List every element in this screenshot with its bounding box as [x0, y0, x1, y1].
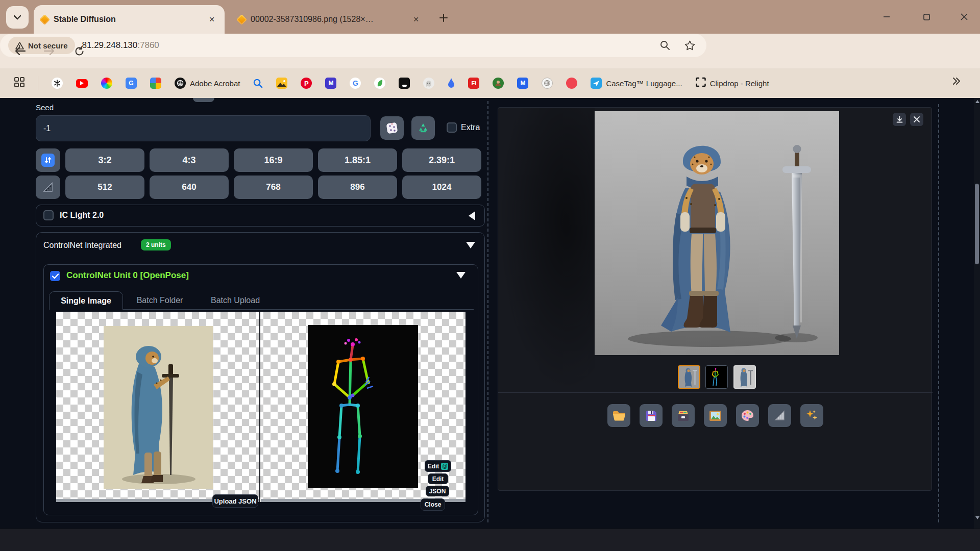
thumbnail-variant[interactable] [733, 365, 756, 389]
bookmark-youtube[interactable] [76, 79, 88, 88]
image-split-divider[interactable] [259, 312, 260, 502]
tab-single-image[interactable]: Single Image [49, 291, 123, 310]
leaf-icon [374, 78, 385, 89]
aspect-185-1-button[interactable]: 1.85:1 [318, 148, 397, 172]
ic-light-checkbox[interactable] [43, 210, 54, 220]
aspect-16-9-button[interactable]: 16:9 [234, 148, 313, 172]
sparkles-icon [805, 409, 818, 422]
column-resize-handle[interactable] [487, 101, 488, 522]
unit0-title: ControlNet Unit 0 [OpenPose] [66, 270, 189, 281]
scroll-up-arrow[interactable] [975, 100, 979, 103]
address-bar[interactable]: Not secure 81.29.248.130:7860 [0, 34, 706, 57]
upload-json-button[interactable]: Upload JSON [212, 494, 258, 508]
bookmark-color-grid[interactable] [150, 78, 161, 89]
bookmark-photos[interactable] [276, 78, 287, 89]
dark-app-icon [399, 78, 410, 89]
bookmark-star-button[interactable] [681, 37, 698, 54]
reuse-seed-button[interactable] [411, 116, 435, 140]
bookmark-avatar-site[interactable] [493, 78, 504, 89]
tab-close-icon[interactable]: ✕ [410, 14, 422, 25]
send-to-inpaint-button[interactable] [736, 404, 759, 427]
open-folder-button[interactable] [607, 404, 630, 427]
tab-batch-upload[interactable]: Batch Upload [207, 291, 263, 310]
bookmark-medium[interactable]: M [325, 78, 336, 89]
bookmark-red-app[interactable] [566, 78, 577, 89]
bookmark-chatgpt[interactable] [52, 78, 63, 89]
generated-image[interactable] [595, 111, 839, 355]
bookmark-blue-spark[interactable] [448, 78, 455, 88]
bookmark-mural[interactable]: M [517, 78, 528, 89]
forward-button[interactable] [41, 42, 58, 60]
thumbnail-selected[interactable] [678, 365, 700, 389]
size-1024-button[interactable]: 1024 [402, 176, 481, 199]
size-768-button[interactable]: 768 [234, 176, 313, 199]
tab-search-button[interactable] [6, 6, 29, 29]
collapse-down-icon[interactable] [466, 242, 475, 248]
window-maximize-button[interactable] [911, 0, 942, 34]
tab-batch-folder[interactable]: Batch Folder [133, 291, 186, 310]
back-button[interactable] [11, 42, 29, 60]
upscale-button[interactable] [800, 404, 823, 427]
page-scrollbar[interactable] [974, 98, 980, 529]
bookmark-translate[interactable]: G [126, 78, 137, 89]
bookmarks-overflow-button[interactable] [952, 77, 961, 87]
tab-stable-diffusion[interactable]: Stable Diffusion ✕ [34, 5, 225, 34]
scrollbar-thumb[interactable] [975, 184, 979, 264]
download-image-button[interactable] [893, 113, 906, 126]
size-896-button[interactable]: 896 [318, 176, 397, 199]
aspect-4-3-button[interactable]: 4:3 [150, 148, 229, 172]
bookmark-dark-app[interactable] [399, 78, 410, 89]
unit0-collapse-icon[interactable] [456, 272, 465, 279]
bookmark-adobe-acrobat[interactable]: Adobe Acrobat [175, 78, 240, 89]
tab-image-file[interactable]: 00002-3587310986.png (1528×… ✕ [231, 5, 429, 34]
url-text: 81.29.248.130:7860 [82, 40, 159, 51]
ruler-tool-button[interactable] [36, 176, 60, 199]
extra-checkbox[interactable] [447, 122, 457, 133]
save-zip-button[interactable] [672, 404, 695, 427]
bookmark-leaf-app[interactable] [374, 78, 385, 89]
close-button[interactable]: Close [421, 498, 445, 511]
ic-light-panel[interactable]: IC Light 2.0 [36, 205, 485, 227]
aspect-3-2-button[interactable]: 3:2 [65, 148, 144, 172]
glyph: M [328, 80, 333, 87]
recycle-icon [417, 122, 429, 134]
edit-button[interactable]: Edit [428, 473, 448, 484]
bookmark-globe-site[interactable] [542, 78, 553, 89]
glyph: G [129, 80, 133, 87]
new-tab-button[interactable] [435, 9, 452, 27]
tab-close-icon[interactable]: ✕ [206, 14, 217, 25]
bookmark-color-app[interactable] [101, 78, 112, 89]
send-to-extras-button[interactable] [768, 404, 791, 427]
bookmark-search[interactable] [253, 79, 263, 88]
reload-button[interactable] [70, 42, 88, 60]
collapse-left-icon[interactable] [469, 211, 475, 220]
apps-grid-icon[interactable] [14, 77, 24, 89]
size-640-button[interactable]: 640 [150, 176, 229, 199]
random-seed-button[interactable] [380, 116, 404, 140]
url-host: 81.29.248.130 [82, 40, 138, 50]
bookmark-casetag[interactable]: CaseTag™ Luggage... [591, 78, 682, 89]
scroll-down-arrow[interactable] [975, 516, 979, 519]
window-minimize-button[interactable] [871, 0, 902, 34]
bookmark-google[interactable]: G [350, 78, 361, 89]
send-to-img2img-button[interactable] [704, 404, 727, 427]
panel-resize-handle[interactable] [938, 104, 939, 522]
json-button[interactable]: JSON [426, 486, 449, 496]
bookmark-clipdrop[interactable]: Clipdrop - Relight [696, 77, 769, 89]
controlnet-image-area[interactable] [56, 312, 465, 502]
edit-photopea-button[interactable]: Edit @ [425, 460, 451, 472]
window-close-button[interactable] [948, 0, 980, 34]
glyph: P [304, 80, 309, 87]
aspect-239-1-button[interactable]: 2.39:1 [402, 148, 481, 172]
bookmark-pinterest[interactable]: P [301, 78, 312, 89]
size-512-button[interactable]: 512 [65, 176, 144, 199]
bookmark-ghost-app[interactable] [423, 78, 434, 89]
save-image-button[interactable] [640, 404, 663, 427]
bookmark-fiverr[interactable]: Fi [468, 78, 479, 89]
close-image-button[interactable] [910, 113, 923, 126]
zoom-page-button[interactable] [656, 37, 674, 54]
unit0-enable-checkbox[interactable] [50, 271, 60, 281]
thumbnail-openpose[interactable] [705, 365, 728, 389]
swap-dimensions-button[interactable] [36, 148, 60, 172]
seed-input[interactable] [36, 115, 371, 141]
